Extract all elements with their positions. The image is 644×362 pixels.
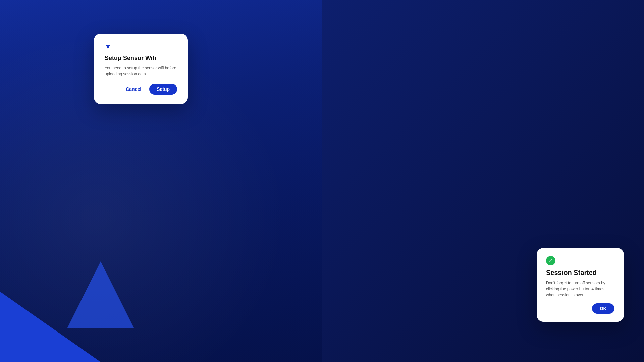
setup-button[interactable]: Setup [149,84,177,95]
session-started-ok-button[interactable]: OK [592,303,615,314]
wifi-dialog-buttons: Cancel Setup [105,84,177,95]
session-started-title: Session Started [546,269,614,277]
wifi-icon: ▼ [105,43,177,51]
success-checkmark-icon: ✓ [546,256,555,265]
cancel-button[interactable]: Cancel [122,84,145,95]
wifi-dialog-description: You need to setup the sensor wifi before… [105,65,177,77]
session-started-dialog: ✓ Session Started Don't forget to turn o… [537,248,624,322]
wifi-dialog-title: Setup Sensor Wifi [105,55,177,62]
wifi-setup-dialog: ▼ Setup Sensor Wifi You need to setup th… [94,34,188,104]
session-started-description: Don't forget to turn off sensors by clic… [546,280,614,298]
